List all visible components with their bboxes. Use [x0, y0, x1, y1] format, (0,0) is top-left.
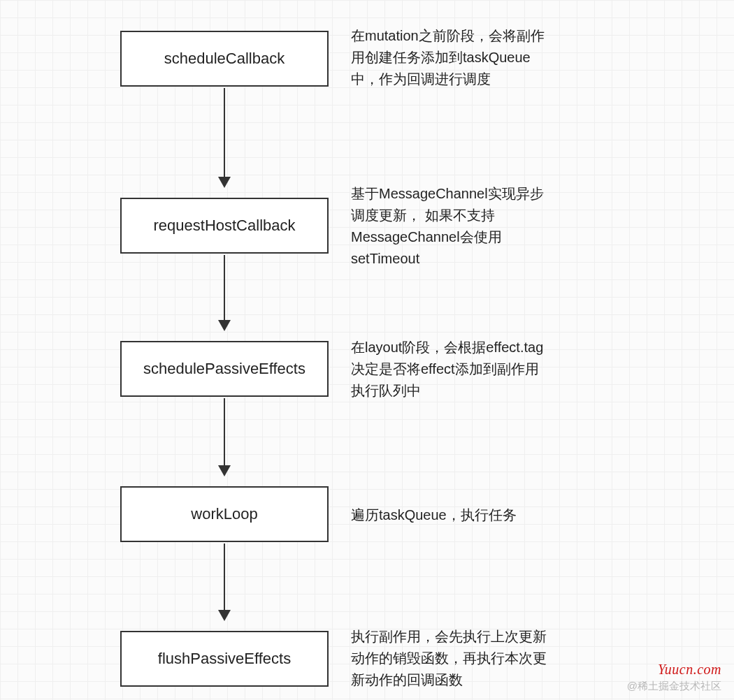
node-work-loop: workLoop: [120, 486, 329, 542]
desc-text: 遍历taskQueue，执行任务: [351, 507, 517, 523]
desc-schedule-passive-effects: 在layout阶段，会根据effect.tag决定是否将effect添加到副作用…: [351, 337, 547, 402]
node-flush-passive-effects: flushPassiveEffects: [120, 631, 329, 687]
node-schedule-passive-effects: schedulePassiveEffects: [120, 341, 329, 397]
node-request-host-callback: requestHostCallback: [120, 198, 329, 254]
desc-flush-passive-effects: 执行副作用，会先执行上次更新动作的销毁函数，再执行本次更新动作的回调函数: [351, 626, 547, 691]
node-schedule-callback: scheduleCallback: [120, 31, 329, 87]
node-label: flushPassiveEffects: [158, 650, 291, 668]
desc-request-host-callback: 基于MessageChannel实现异步调度更新， 如果不支持MessageCh…: [351, 183, 547, 270]
desc-schedule-callback: 在mutation之前阶段，会将副作用创建任务添加到taskQueue中，作为回…: [351, 25, 547, 90]
node-label: scheduleCallback: [164, 50, 285, 68]
node-label: requestHostCallback: [154, 217, 296, 235]
node-label: workLoop: [191, 505, 257, 523]
watermark-source: @稀土掘金技术社区: [627, 680, 721, 693]
watermark-site: Yuucn.com: [658, 662, 721, 678]
arrow-1: [224, 88, 225, 187]
node-label: schedulePassiveEffects: [143, 360, 305, 378]
arrow-4: [224, 544, 225, 620]
arrow-2: [224, 255, 225, 330]
desc-work-loop: 遍历taskQueue，执行任务: [351, 504, 547, 526]
desc-text: 在mutation之前阶段，会将副作用创建任务添加到taskQueue中，作为回…: [351, 28, 545, 87]
desc-text: 基于MessageChannel实现异步调度更新， 如果不支持MessageCh…: [351, 186, 544, 266]
arrow-3: [224, 398, 225, 475]
desc-text: 在layout阶段，会根据effect.tag决定是否将effect添加到副作用…: [351, 340, 543, 398]
desc-text: 执行副作用，会先执行上次更新动作的销毁函数，再执行本次更新动作的回调函数: [351, 629, 547, 687]
